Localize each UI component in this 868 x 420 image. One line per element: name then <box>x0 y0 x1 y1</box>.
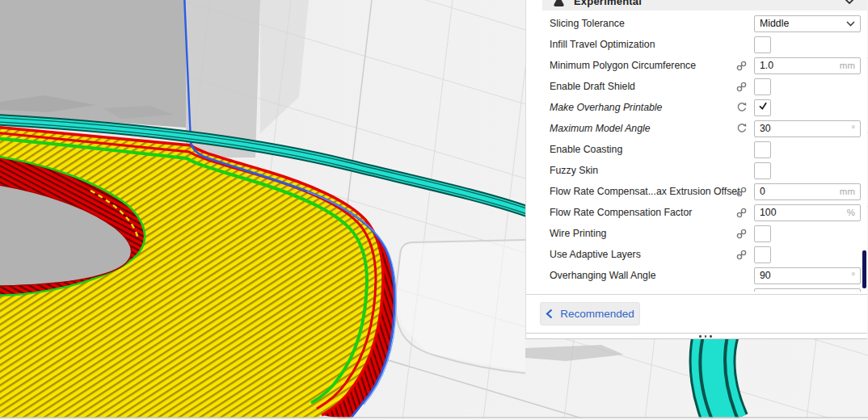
setting-row: Make Overhang Printable <box>526 97 867 118</box>
chevron-down-icon <box>845 0 854 8</box>
setting-label: Slicing Tolerance <box>550 18 625 29</box>
input-unit: ° <box>851 271 855 280</box>
setting-checkbox[interactable] <box>754 246 771 263</box>
setting-label: Overhanging Wall Angle <box>550 270 655 281</box>
checkmark-icon <box>757 100 769 115</box>
link-settings-icon[interactable] <box>734 55 748 76</box>
setting-label: Enable Draft Shield <box>550 81 635 92</box>
recommended-button-label: Recommended <box>560 308 634 320</box>
setting-label: Minimum Polygon Circumference <box>550 60 696 71</box>
setting-input[interactable] <box>754 288 861 292</box>
setting-row: Infill Travel Optimization <box>526 34 867 55</box>
setting-label: Fuzzy Skin <box>550 165 598 176</box>
link-settings-icon[interactable] <box>734 76 748 97</box>
link-settings-icon[interactable] <box>734 202 748 223</box>
setting-label: Flow Rate Compensation Factor <box>550 207 692 218</box>
chevron-down-icon <box>846 18 855 29</box>
setting-checkbox[interactable] <box>754 78 771 95</box>
setting-checkbox[interactable] <box>754 36 771 53</box>
panel-divider <box>526 294 867 295</box>
setting-row: Overhanging Wall Angle90° <box>526 265 867 286</box>
cyan-band-lower <box>700 333 739 420</box>
input-unit: mm <box>840 187 855 196</box>
print-settings-panel: Experimental Slicing ToleranceMiddleInfi… <box>525 0 867 339</box>
setting-label: Wire Printing <box>550 228 606 239</box>
setting-checkbox[interactable] <box>754 162 771 179</box>
setting-checkbox[interactable] <box>754 225 771 242</box>
setting-row: Enable Coasting <box>526 139 867 160</box>
setting-select[interactable]: Middle <box>754 15 861 32</box>
input-value: 1.0 <box>760 60 773 71</box>
setting-checkbox[interactable] <box>754 141 771 158</box>
setting-label: Use Adaptive Layers <box>550 249 641 260</box>
experimental-flask-icon <box>553 0 565 7</box>
reset-undo-icon[interactable] <box>734 97 748 118</box>
setting-input[interactable]: 30° <box>754 120 861 137</box>
panel-resize-handle[interactable] <box>535 335 868 338</box>
setting-row: Slicing ToleranceMiddle <box>526 13 867 34</box>
setting-row <box>526 286 867 292</box>
link-settings-icon[interactable] <box>734 181 748 202</box>
setting-row: Use Adaptive Layers <box>526 244 867 265</box>
setting-label: Flow Rate Compensat...ax Extrusion Offse… <box>550 186 740 197</box>
input-value: 0 <box>760 186 765 197</box>
setting-input[interactable]: 100% <box>754 204 861 221</box>
reset-undo-icon[interactable] <box>734 118 748 139</box>
setting-row: Flow Rate Compensation Factor100% <box>526 202 867 223</box>
setting-input[interactable]: 90° <box>754 267 861 284</box>
select-value: Middle <box>760 18 789 29</box>
setting-row: Maximum Model Angle30° <box>526 118 867 139</box>
setting-label: Infill Travel Optimization <box>550 39 655 50</box>
setting-input[interactable]: 0mm <box>754 183 861 200</box>
setting-row: Enable Draft Shield <box>526 76 867 97</box>
category-title: Experimental <box>574 0 642 7</box>
input-unit: mm <box>840 61 855 70</box>
input-value: 90 <box>760 270 771 281</box>
setting-label: Make Overhang Printable <box>550 102 662 113</box>
input-unit: ° <box>851 124 855 133</box>
setting-checkbox[interactable] <box>754 99 771 116</box>
setting-label: Enable Coasting <box>550 144 622 155</box>
setting-row: Minimum Polygon Circumference1.0mm <box>526 55 867 76</box>
input-unit: % <box>847 208 855 217</box>
setting-row: Wire Printing <box>526 223 867 244</box>
setting-input[interactable]: 1.0mm <box>754 57 861 74</box>
chevron-left-icon <box>546 309 553 319</box>
link-settings-icon[interactable] <box>734 244 748 265</box>
scrollbar-thumb[interactable] <box>862 250 866 288</box>
setting-row: Fuzzy Skin <box>526 160 867 181</box>
input-value: 100 <box>760 207 777 218</box>
setting-label: Maximum Model Angle <box>550 123 651 134</box>
setting-row: Flow Rate Compensat...ax Extrusion Offse… <box>526 181 867 202</box>
panel-bottom-border <box>526 333 867 334</box>
category-header-experimental[interactable]: Experimental <box>542 0 867 10</box>
recommended-mode-button[interactable]: Recommended <box>540 302 640 326</box>
input-value: 30 <box>760 123 771 134</box>
link-settings-icon[interactable] <box>734 223 748 244</box>
settings-rows: Slicing ToleranceMiddleInfill Travel Opt… <box>526 13 867 292</box>
